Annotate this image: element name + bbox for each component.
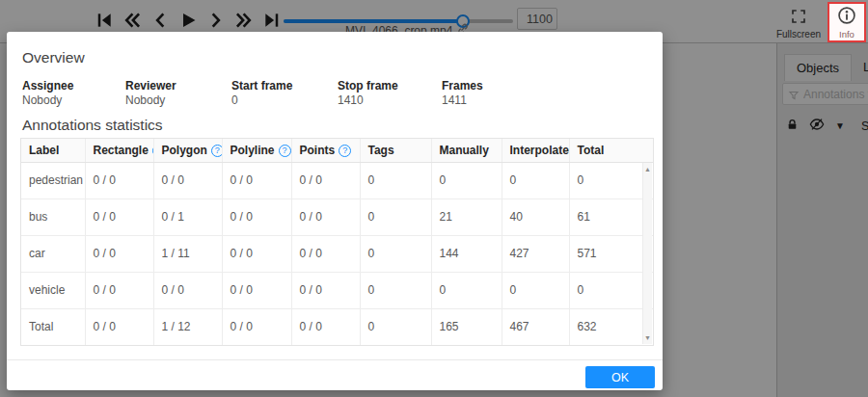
statistics-table-wrap: Label Rectangle? Polygon? Polyline? Poin…: [20, 138, 654, 346]
cell: 0 / 0: [291, 272, 360, 308]
meta-value: 1410: [338, 93, 442, 108]
cell: 0 / 0: [85, 272, 153, 308]
cell: 144: [431, 235, 502, 272]
info-label: Info: [839, 30, 854, 40]
meta-value: Nobody: [22, 93, 125, 108]
cell: 1 / 12: [153, 308, 222, 345]
cell: 0: [569, 162, 653, 198]
col-header-total: Total: [569, 139, 653, 162]
cell: 0: [502, 272, 569, 308]
meta-reviewer: Reviewer Nobody: [125, 79, 231, 108]
header-row: Label Rectangle? Polygon? Polyline? Poin…: [21, 139, 653, 162]
meta-label: Frames: [442, 79, 483, 93]
cell: 0: [431, 272, 502, 308]
meta-start-frame: Start frame 0: [231, 79, 338, 108]
meta-label: Start frame: [231, 79, 338, 93]
cell: 40: [502, 198, 569, 235]
meta-label: Reviewer: [125, 79, 231, 93]
cell: 0 / 0: [291, 198, 360, 235]
cell: 0 / 0: [222, 162, 291, 198]
cell: 0 / 0: [85, 235, 153, 272]
cell: 0: [360, 235, 431, 272]
question-circle-icon[interactable]: ?: [279, 145, 291, 157]
ok-button[interactable]: OK: [585, 366, 655, 388]
cell: 0 / 0: [153, 272, 222, 308]
col-header-points: Points?: [291, 139, 360, 162]
cell: 0: [431, 162, 502, 198]
cell: 1 / 11: [153, 235, 222, 272]
cell: 61: [569, 198, 653, 235]
meta-label: Stop frame: [338, 79, 442, 93]
table-row-vehicle: vehicle 0 / 0 0 / 0 0 / 0 0 / 0 0 0 0 0: [21, 272, 653, 308]
meta-frames: Frames 1411: [442, 79, 483, 108]
cell: 571: [569, 235, 653, 272]
cell: 0 / 0: [222, 198, 291, 235]
info-circle-icon: [837, 6, 856, 28]
cell: 632: [569, 308, 653, 345]
cell: 165: [431, 308, 502, 345]
cell: Total: [21, 308, 85, 345]
overview-title: Overview: [22, 49, 85, 66]
table-row-bus: bus 0 / 0 0 / 1 0 / 0 0 / 0 0 21 40 61: [21, 198, 653, 235]
cvat-annotation-app: MVI_4066_crop.mp4 Fullscreen Info Object…: [0, 0, 868, 397]
meta-assignee: Assignee Nobody: [22, 79, 125, 108]
cell: bus: [21, 198, 85, 235]
col-header-manually: Manually: [431, 139, 502, 162]
overview-meta: Assignee Nobody Reviewer Nobody Start fr…: [22, 79, 483, 108]
meta-value: 1411: [442, 93, 483, 108]
cell: 0 / 0: [85, 308, 153, 345]
table-scrollbar[interactable]: ▲ ▼: [642, 163, 652, 344]
cell: 0 / 0: [153, 162, 222, 198]
cell: 0 / 0: [291, 308, 360, 345]
scroll-up-icon[interactable]: ▲: [643, 166, 652, 172]
cell: 0 / 0: [222, 235, 291, 272]
col-header-rectangle: Rectangle?: [85, 139, 153, 162]
cell: 0: [360, 198, 431, 235]
cell: 0 / 0: [85, 162, 153, 198]
col-header-polyline: Polyline?: [222, 139, 291, 162]
cell: 0 / 1: [153, 198, 222, 235]
cell: 467: [502, 308, 569, 345]
cell: vehicle: [21, 272, 85, 308]
col-header-label: Label: [21, 139, 85, 162]
statistics-table: Label Rectangle? Polygon? Polyline? Poin…: [21, 139, 653, 345]
table-row-total: Total 0 / 0 1 / 12 0 / 0 0 / 0 0 165 467…: [21, 308, 653, 345]
cell: 0 / 0: [222, 308, 291, 345]
modal-footer: OK: [7, 359, 663, 390]
meta-value: 0: [231, 93, 338, 108]
cell: 0 / 0: [85, 198, 153, 235]
cell: 0: [360, 162, 431, 198]
meta-label: Assignee: [22, 79, 125, 93]
question-circle-icon[interactable]: ?: [339, 145, 351, 157]
table-row-car: car 0 / 0 1 / 11 0 / 0 0 / 0 0 144 427 5…: [21, 235, 653, 272]
cell: 21: [431, 198, 502, 235]
cell: 0 / 0: [291, 162, 360, 198]
cell: 0: [569, 272, 653, 308]
job-info-modal: Overview Assignee Nobody Reviewer Nobody…: [7, 32, 663, 390]
annotations-statistics-title: Annotations statistics: [22, 117, 163, 134]
scroll-down-icon[interactable]: ▼: [643, 334, 652, 341]
col-header-interpolated: Interpolated: [502, 139, 569, 162]
cell: 427: [502, 235, 569, 272]
cell: 0: [360, 308, 431, 345]
cell: pedestrian: [21, 162, 85, 198]
cell: 0 / 0: [291, 235, 360, 272]
col-header-polygon: Polygon?: [153, 139, 222, 162]
meta-stop-frame: Stop frame 1410: [338, 79, 442, 108]
meta-value: Nobody: [125, 93, 231, 108]
cell: car: [21, 235, 85, 272]
cell: 0 / 0: [222, 272, 291, 308]
question-circle-icon[interactable]: ?: [211, 145, 222, 157]
cell: 0: [502, 162, 569, 198]
cell: 0: [360, 272, 431, 308]
table-row-pedestrian: pedestrian 0 / 0 0 / 0 0 / 0 0 / 0 0 0 0…: [21, 162, 653, 198]
info-button[interactable]: Info: [827, 2, 866, 42]
col-header-tags: Tags: [360, 139, 431, 162]
